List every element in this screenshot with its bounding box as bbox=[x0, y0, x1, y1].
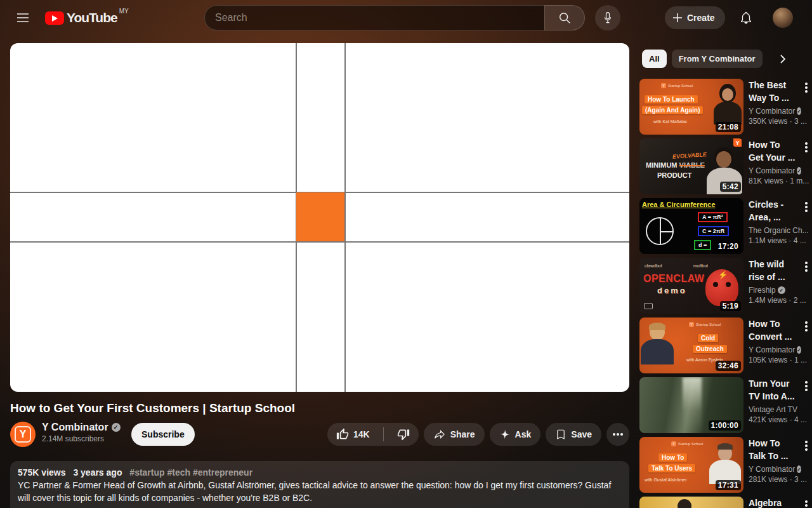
youtube-logo[interactable]: YouTube MY bbox=[45, 9, 129, 25]
search-button[interactable] bbox=[544, 5, 585, 30]
profile-avatar[interactable] bbox=[773, 8, 793, 28]
create-label: Create bbox=[687, 13, 715, 23]
verified-icon: ✓ bbox=[778, 286, 785, 294]
video-meta: Circles - Area, ... The Organic Ch... 1.… bbox=[749, 198, 797, 245]
related-video-title: Turn Your TV Into A... bbox=[749, 377, 797, 403]
save-button[interactable]: Save bbox=[546, 423, 601, 446]
video-thumbnail: Startup School Cold Outreach with Aaron … bbox=[639, 318, 743, 373]
related-video-item[interactable]: Area & Circumference A = πR² C = 2πR d =… bbox=[639, 198, 812, 254]
search-input[interactable] bbox=[204, 5, 544, 30]
related-video-channel: Y Combinator✓ bbox=[749, 166, 797, 175]
duration-badge: 5:19 bbox=[720, 301, 741, 311]
video-thumbnail: 1:00:00 bbox=[639, 377, 743, 433]
slide-grid-hline-2 bbox=[10, 241, 629, 243]
bookmark-icon bbox=[555, 429, 566, 440]
related-video-title: How To Get Your ... bbox=[749, 138, 797, 164]
item-menu-icon[interactable] bbox=[801, 378, 812, 394]
item-menu-icon[interactable] bbox=[801, 319, 812, 334]
related-videos-sidebar: All From Y Combinator Startup School How… bbox=[639, 0, 812, 508]
related-video-views: 105K views · 1 ... bbox=[749, 356, 797, 364]
chevron-right-icon bbox=[778, 54, 788, 64]
related-video-item[interactable]: Startup School Cold Outreach with Aaron … bbox=[639, 318, 812, 373]
item-menu-icon[interactable] bbox=[801, 438, 812, 453]
related-video-channel: Fireship✓ bbox=[749, 286, 797, 295]
channel-name[interactable]: Y Combinator ✓ bbox=[42, 422, 121, 433]
video-title: How to Get Your First Customers | Startu… bbox=[10, 401, 629, 415]
filter-chips: All From Y Combinator bbox=[642, 50, 788, 68]
video-meta: How To Talk To ... Y Combinator✓ 281K vi… bbox=[749, 437, 797, 484]
create-button[interactable]: Create bbox=[665, 6, 725, 29]
video-thumbnail: Startup School How To Talk To Users with… bbox=[639, 437, 743, 493]
verified-icon: ✓ bbox=[797, 167, 801, 175]
save-label: Save bbox=[571, 429, 592, 439]
code-report-icon bbox=[644, 303, 653, 309]
description-line-1: YC Partner & Former Head of Growth at Ai… bbox=[18, 479, 622, 491]
related-video-channel: Y Combinator✓ bbox=[749, 345, 797, 354]
channel-row: Y Y Combinator ✓ 2.14M subscribers Subsc… bbox=[10, 420, 629, 451]
circle-diagram bbox=[646, 217, 674, 245]
top-header: YouTube MY Create bbox=[0, 0, 812, 36]
video-thumbnail: clawdbotmoltbot OPENCLAW demo 5:19 bbox=[639, 258, 743, 314]
like-dislike-pill: 14K bbox=[327, 423, 419, 446]
sparkle-icon bbox=[499, 429, 511, 440]
related-video-item[interactable]: EVOLVABLE MINIMUM VIABLE PRODUCT Y 5:42 … bbox=[639, 138, 812, 194]
notifications-button[interactable] bbox=[733, 5, 759, 30]
related-video-channel: Y Combinator✓ bbox=[749, 107, 797, 116]
plus-icon bbox=[672, 13, 683, 23]
chip-from-channel[interactable]: From Y Combinator bbox=[672, 50, 763, 68]
related-video-views: 281K views · 3 ... bbox=[749, 475, 797, 484]
item-menu-icon[interactable] bbox=[801, 140, 812, 155]
chips-scroll-next[interactable] bbox=[778, 54, 788, 64]
related-video-item[interactable]: 1:00:00 Turn Your TV Into A... Vintage A… bbox=[639, 377, 812, 433]
related-video-item[interactable]: Startup School How To Launch (Again And … bbox=[639, 79, 812, 135]
share-button[interactable]: Share bbox=[424, 423, 485, 446]
duration-badge: 17:20 bbox=[716, 241, 741, 251]
duration-badge: 21:08 bbox=[716, 122, 741, 132]
duration-badge: 1:00:00 bbox=[709, 420, 741, 431]
video-thumbnail: Startup School How To Launch (Again And … bbox=[639, 79, 743, 135]
description-meta: 575K views 3 years ago #startup #tech #e… bbox=[18, 466, 622, 479]
related-video-views: 350K views · 3 ... bbox=[749, 117, 797, 126]
region-code: MY bbox=[119, 8, 129, 15]
more-actions-button[interactable] bbox=[606, 423, 629, 446]
subscribe-button[interactable]: Subscribe bbox=[131, 423, 195, 446]
video-thumbnail: Area & Circumference A = πR² C = 2πR d =… bbox=[639, 198, 743, 254]
thumbs-down-icon bbox=[397, 428, 410, 441]
search-bar bbox=[204, 5, 585, 30]
video-player[interactable] bbox=[10, 43, 629, 392]
item-menu-icon[interactable] bbox=[801, 80, 812, 95]
related-video-item[interactable]: Algebra bbox=[639, 497, 812, 508]
related-video-channel: The Organic Ch... bbox=[749, 226, 797, 235]
voice-search-button[interactable] bbox=[595, 5, 620, 30]
verified-icon: ✓ bbox=[112, 423, 121, 432]
hashtags[interactable]: #startup #tech #entrepreneur bbox=[129, 467, 252, 478]
menu-icon[interactable] bbox=[10, 5, 36, 30]
bell-icon bbox=[739, 11, 753, 25]
channel-info: Y Combinator ✓ 2.14M subscribers bbox=[42, 422, 121, 443]
description-line-2: will cover this topic for all kinds of c… bbox=[18, 491, 622, 504]
thumbs-up-icon bbox=[336, 428, 349, 441]
duration-badge: 17:31 bbox=[716, 480, 741, 490]
description-card[interactable]: 575K views 3 years ago #startup #tech #e… bbox=[10, 461, 629, 508]
youtube-play-icon bbox=[45, 11, 64, 25]
item-menu-icon[interactable] bbox=[801, 199, 812, 215]
related-video-item[interactable]: clawdbotmoltbot OPENCLAW demo 5:19 The w… bbox=[639, 258, 812, 314]
related-video-channel: Vintage Art TV bbox=[749, 405, 797, 414]
ask-button[interactable]: Ask bbox=[490, 423, 541, 446]
verified-icon: ✓ bbox=[797, 107, 801, 115]
item-menu-icon[interactable] bbox=[801, 259, 812, 274]
like-button[interactable]: 14K bbox=[327, 423, 379, 446]
item-menu-icon[interactable] bbox=[801, 498, 812, 508]
related-video-item[interactable]: Startup School How To Talk To Users with… bbox=[639, 437, 812, 493]
dislike-button[interactable] bbox=[388, 423, 419, 446]
related-video-title: Circles - Area, ... bbox=[749, 198, 797, 224]
share-label: Share bbox=[450, 429, 475, 439]
like-count: 14K bbox=[353, 429, 370, 439]
mic-icon bbox=[601, 11, 614, 24]
view-count: 575K views bbox=[18, 467, 66, 478]
show-more-link[interactable]: ...more bbox=[18, 504, 622, 508]
verified-icon: ✓ bbox=[797, 346, 801, 354]
channel-avatar[interactable]: Y bbox=[10, 422, 36, 447]
related-video-views: 81K views · 1 m... bbox=[749, 177, 797, 185]
chip-all[interactable]: All bbox=[642, 50, 667, 68]
